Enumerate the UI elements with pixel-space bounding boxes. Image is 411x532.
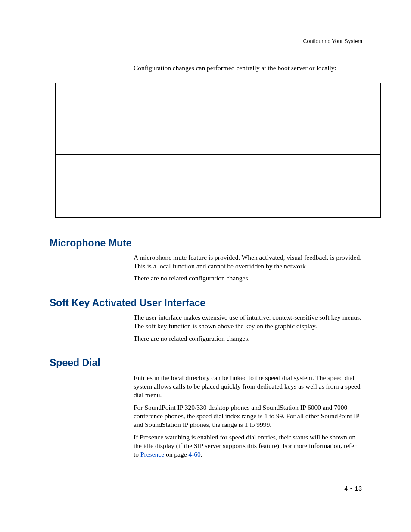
link-page-ref[interactable]: 4-60	[188, 451, 200, 458]
paragraph: There are no related configuration chang…	[134, 334, 362, 343]
table-cell	[109, 111, 187, 155]
table-cell	[109, 155, 187, 218]
text: .	[201, 451, 202, 458]
paragraph: A microphone mute feature is provided. W…	[134, 253, 362, 271]
table-cell	[56, 155, 109, 218]
table-cell	[187, 155, 381, 218]
page: Configuring Your System Configuration ch…	[0, 0, 411, 532]
table-cell	[187, 83, 381, 111]
table-cell	[187, 111, 381, 155]
paragraph: There are no related configuration chang…	[134, 274, 362, 283]
table-cell	[109, 83, 187, 111]
text: on page	[164, 451, 188, 458]
heading-soft-key-ui: Soft Key Activated User Interface	[50, 297, 206, 309]
table-cell	[56, 83, 109, 155]
page-number: 4 - 13	[344, 485, 362, 492]
table-row	[56, 155, 381, 218]
link-presence[interactable]: Presence	[140, 451, 164, 458]
paragraph: For SoundPoint IP 320/330 desktop phones…	[134, 403, 362, 429]
header-rule	[50, 50, 362, 50]
paragraph: The user interface makes extensive use o…	[134, 313, 362, 330]
intro-paragraph: Configuration changes can performed cent…	[134, 64, 362, 72]
paragraph: Entries in the local directory can be li…	[134, 373, 362, 399]
table-row	[56, 83, 381, 111]
config-table	[55, 83, 381, 218]
heading-speed-dial: Speed Dial	[50, 357, 100, 369]
paragraph: If Presence watching is enabled for spee…	[134, 433, 362, 458]
running-header: Configuring Your System	[303, 38, 362, 44]
heading-microphone-mute: Microphone Mute	[50, 237, 131, 249]
